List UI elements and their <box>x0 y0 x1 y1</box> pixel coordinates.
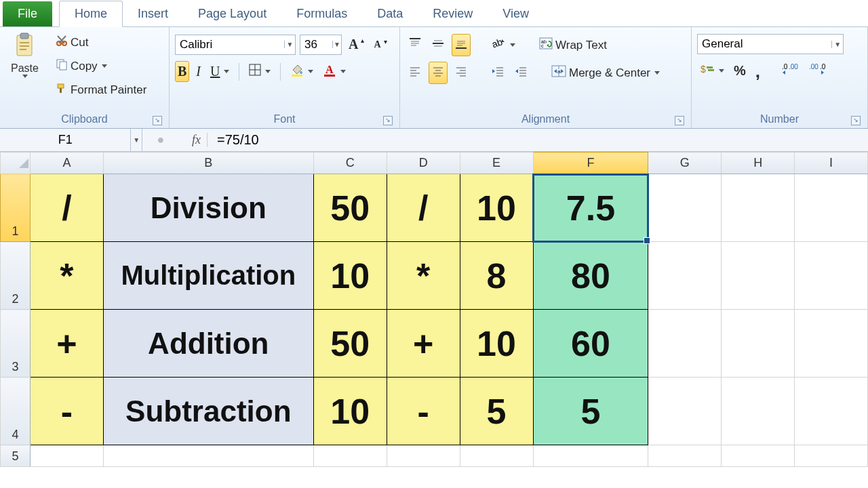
cell-E2[interactable]: 8 <box>460 242 533 310</box>
cell-D5[interactable] <box>387 445 460 467</box>
shrink-font-button[interactable]: A▾ <box>371 37 389 53</box>
cell-F5[interactable] <box>533 445 648 467</box>
font-size-input[interactable] <box>300 38 332 52</box>
italic-button[interactable]: I <box>193 61 203 82</box>
row-header-3[interactable]: 3 <box>1 310 31 378</box>
cell-E4[interactable]: 5 <box>460 378 533 445</box>
tab-review[interactable]: Review <box>418 1 488 26</box>
cell-C2[interactable]: 10 <box>313 242 387 310</box>
col-header-F[interactable]: F <box>533 152 648 174</box>
cell-B5[interactable] <box>103 445 313 467</box>
cut-button[interactable]: Cut <box>52 33 150 52</box>
cell-I1[interactable] <box>795 174 868 242</box>
dialog-launcher-icon[interactable]: ↘ <box>675 116 684 125</box>
font-color-button[interactable]: A <box>320 60 349 83</box>
col-header-I[interactable]: I <box>795 152 868 174</box>
dialog-launcher-icon[interactable]: ↘ <box>851 116 861 125</box>
cell-C1[interactable]: 50 <box>313 174 387 242</box>
tab-page-layout[interactable]: Page Layout <box>183 1 281 26</box>
decrease-indent-button[interactable] <box>488 62 507 84</box>
cell-H4[interactable] <box>722 378 795 445</box>
dialog-launcher-icon[interactable]: ↘ <box>383 116 393 125</box>
cell-C4[interactable]: 10 <box>313 378 387 445</box>
col-header-E[interactable]: E <box>460 152 533 174</box>
cell-D2[interactable]: * <box>387 242 460 310</box>
tab-home[interactable]: Home <box>59 1 123 27</box>
col-header-H[interactable]: H <box>722 152 795 174</box>
tab-insert[interactable]: Insert <box>123 1 183 26</box>
name-box-input[interactable] <box>0 132 130 148</box>
align-center-button[interactable] <box>429 62 448 84</box>
cell-I2[interactable] <box>795 242 868 310</box>
fill-color-button[interactable] <box>288 60 316 83</box>
cell-G1[interactable] <box>648 174 722 242</box>
row-header-4[interactable]: 4 <box>1 378 31 445</box>
row-header-5[interactable]: 5 <box>1 445 31 467</box>
percent-button[interactable]: % <box>731 60 749 81</box>
paste-button[interactable]: Paste <box>5 30 44 81</box>
cell-G2[interactable] <box>648 242 722 310</box>
cell-B2[interactable]: Multiplication <box>103 242 313 310</box>
col-header-D[interactable]: D <box>387 152 460 174</box>
align-middle-button[interactable] <box>429 34 448 56</box>
col-header-C[interactable]: C <box>313 152 387 174</box>
tab-file[interactable]: File <box>3 1 52 26</box>
cell-E1[interactable]: 10 <box>460 174 533 242</box>
cell-I4[interactable] <box>795 378 868 445</box>
row-header-1[interactable]: 1 <box>1 174 31 242</box>
number-format-combo[interactable]: ▼ <box>697 34 844 54</box>
cell-B1[interactable]: Division <box>103 174 313 242</box>
cell-I3[interactable] <box>795 310 868 378</box>
name-box[interactable]: ▼ <box>0 129 142 151</box>
cell-A3[interactable]: + <box>30 310 103 378</box>
cell-C5[interactable] <box>313 445 387 467</box>
tab-formulas[interactable]: Formulas <box>281 1 362 26</box>
merge-center-button[interactable]: a Merge & Center <box>548 63 663 83</box>
underline-button[interactable]: U <box>208 61 232 82</box>
cell-A4[interactable]: - <box>30 378 103 445</box>
bold-button[interactable]: B <box>175 61 189 82</box>
chevron-down-icon[interactable]: ▼ <box>130 129 142 151</box>
cell-G4[interactable] <box>648 378 722 445</box>
align-left-button[interactable] <box>406 62 425 84</box>
format-painter-button[interactable]: Format Painter <box>52 80 150 100</box>
spreadsheet-grid[interactable]: A B C D E F G H I 1 / Division 50 / 10 7… <box>0 152 868 467</box>
cell-B4[interactable]: Subtraction <box>103 378 313 445</box>
cell-H1[interactable] <box>722 174 795 242</box>
copy-button[interactable]: Copy <box>52 56 150 76</box>
col-header-G[interactable]: G <box>648 152 722 174</box>
align-top-button[interactable] <box>406 34 425 56</box>
fx-icon[interactable]: fx <box>190 133 208 147</box>
align-right-button[interactable] <box>452 62 471 84</box>
wrap-text-button[interactable]: abc Wrap Text <box>536 35 610 55</box>
decrease-decimal-button[interactable]: .00.0 <box>806 60 829 82</box>
cell-H5[interactable] <box>722 445 795 467</box>
font-name-input[interactable] <box>176 38 284 52</box>
tab-view[interactable]: View <box>488 1 544 26</box>
grow-font-button[interactable]: A▴ <box>346 34 367 55</box>
col-header-B[interactable]: B <box>103 152 313 174</box>
comma-button[interactable]: , <box>753 65 763 77</box>
borders-button[interactable] <box>246 61 273 82</box>
row-header-2[interactable]: 2 <box>1 242 31 310</box>
chevron-down-icon[interactable]: ▼ <box>332 41 341 48</box>
orientation-button[interactable]: ab <box>488 34 518 56</box>
number-format-input[interactable] <box>698 37 831 51</box>
cell-F1[interactable]: 7.5 <box>533 174 648 242</box>
cell-G3[interactable] <box>648 310 722 378</box>
font-name-combo[interactable]: ▼ <box>175 35 296 55</box>
cell-E3[interactable]: 10 <box>460 310 533 378</box>
align-bottom-button[interactable] <box>452 34 471 56</box>
cell-C3[interactable]: 50 <box>313 310 387 378</box>
cell-G5[interactable] <box>648 445 722 467</box>
cell-D1[interactable]: / <box>387 174 460 242</box>
cell-F4[interactable]: 5 <box>533 378 648 445</box>
cell-B3[interactable]: Addition <box>103 310 313 378</box>
select-all-corner[interactable] <box>1 152 31 174</box>
cell-H2[interactable] <box>722 242 795 310</box>
font-size-combo[interactable]: ▼ <box>300 35 342 55</box>
formula-input[interactable] <box>212 132 868 148</box>
cell-A5[interactable] <box>30 445 103 467</box>
chevron-down-icon[interactable]: ▼ <box>831 41 843 48</box>
cell-F2[interactable]: 80 <box>533 242 648 310</box>
